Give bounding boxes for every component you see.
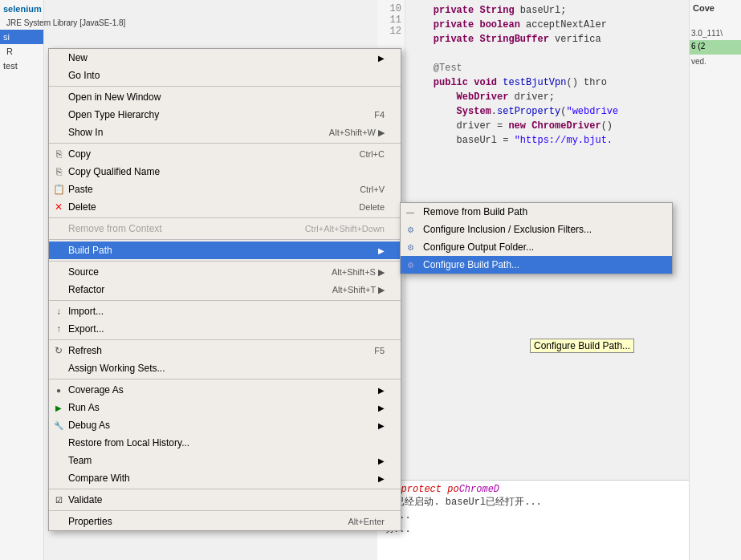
- submenu-configure-filters[interactable]: ⚙ Configure Inclusion / Exclusion Filter…: [401, 221, 672, 238]
- buildpath-submenu: — Remove from Build Path ⚙ Configure Inc…: [400, 202, 673, 274]
- coverage-panel: Cove 3.0_111\ 6 (2 ved.: [689, 0, 741, 560]
- menu-item-team[interactable]: Team ▶: [49, 452, 401, 469]
- menu-item-import[interactable]: ↓ Import...: [49, 302, 401, 320]
- menu-label-refactor: Refactor: [68, 284, 308, 295]
- menu-item-working-sets[interactable]: Assign Working Sets...: [49, 359, 401, 377]
- separator-8: [49, 379, 401, 379]
- menu-label-copy: Copy: [68, 148, 336, 160]
- remove-build-icon: —: [404, 205, 417, 218]
- separator-1: [49, 86, 401, 87]
- menu-item-source[interactable]: Source Alt+Shift+S ▶: [49, 263, 401, 281]
- si-node[interactable]: si: [0, 30, 43, 44]
- shortcut-refresh: F5: [374, 346, 385, 355]
- shortcut-delete: Delete: [359, 202, 385, 212]
- submenu-configure-build-path[interactable]: ⚙ Configure Build Path...: [401, 256, 672, 274]
- copy-qualified-icon: ⎘: [52, 165, 65, 178]
- menu-item-new[interactable]: New ▶: [49, 49, 401, 67]
- menu-item-compare-with[interactable]: Compare With ▶: [49, 469, 401, 487]
- shortcut-remove-context: Ctrl+Alt+Shift+Down: [305, 224, 385, 233]
- shortcut-source: Alt+Shift+S ▶: [332, 267, 385, 278]
- team-arrow-icon: ▶: [378, 457, 385, 465]
- delete-icon: ✕: [52, 201, 65, 213]
- menu-label-type-hierarchy: Open Type Hierarchy: [68, 109, 350, 120]
- menu-label-working-sets: Assign Working Sets...: [68, 363, 385, 374]
- menu-item-properties[interactable]: Properties Alt+Enter: [49, 513, 401, 530]
- compare-arrow-icon: ▶: [378, 474, 385, 483]
- r-node[interactable]: R: [0, 44, 43, 59]
- submenu-remove-build-path[interactable]: — Remove from Build Path: [401, 203, 672, 221]
- shortcut-f4: F4: [374, 110, 385, 120]
- menu-item-restore-history[interactable]: Restore from Local History...: [49, 434, 401, 452]
- debug-arrow-icon: ▶: [378, 421, 385, 430]
- menu-item-refresh[interactable]: ↻ Refresh F5: [49, 342, 401, 359]
- menu-label-export: Export...: [68, 323, 385, 335]
- submenu-label-remove: Remove from Build Path: [423, 206, 527, 217]
- menu-label-import: Import...: [68, 306, 385, 317]
- separator-6: [49, 300, 401, 301]
- shortcut-paste: Ctrl+V: [360, 185, 385, 194]
- run-arrow-icon: ▶: [378, 404, 385, 412]
- import-icon: ↓: [52, 305, 65, 318]
- console-line-1: se protect poChromeD: [384, 484, 682, 495]
- separator-3: [49, 217, 401, 218]
- submenu-label-filters: Configure Inclusion / Exclusion Filters.…: [423, 224, 592, 235]
- shortcut-show-in: Alt+Shift+W ▶: [329, 128, 385, 138]
- menu-label-source: Source: [68, 266, 307, 278]
- menu-label-open-window: Open in New Window: [68, 91, 385, 103]
- menu-label-delete: Delete: [68, 201, 335, 213]
- tooltip: Configure Build Path...: [530, 339, 634, 353]
- validate-icon: ☑: [52, 493, 65, 506]
- menu-item-delete[interactable]: ✕ Delete Delete: [49, 198, 401, 216]
- jre-library-node[interactable]: JRE System Library [JavaSE-1.8]: [0, 16, 43, 30]
- separator-5: [49, 261, 401, 262]
- menu-label-copy-qualified: Copy Qualified Name: [68, 166, 385, 177]
- coverage-title: Cove: [690, 2, 741, 14]
- separator-9: [49, 489, 401, 489]
- test-node[interactable]: test: [0, 59, 43, 73]
- coverage-arrow-icon: ▶: [378, 386, 385, 395]
- menu-item-run-as[interactable]: ▶ Run As ▶: [49, 399, 401, 416]
- menu-item-type-hierarchy[interactable]: Open Type Hierarchy F4: [49, 106, 401, 124]
- separator-4: [49, 239, 401, 240]
- menu-item-remove-context[interactable]: Remove from Context Ctrl+Alt+Shift+Down: [49, 220, 401, 237]
- menu-label-show-in: Show In: [68, 127, 305, 138]
- tooltip-text: Configure Build Path...: [534, 340, 630, 351]
- paste-icon: 📋: [52, 183, 65, 196]
- shortcut-properties: Alt+Enter: [348, 517, 385, 526]
- menu-item-debug-as[interactable]: 🔧 Debug As ▶: [49, 416, 401, 434]
- menu-item-paste[interactable]: 📋 Paste Ctrl+V: [49, 181, 401, 198]
- submenu-configure-output[interactable]: ⚙ Configure Output Folder...: [401, 238, 672, 256]
- menu-item-copy-qualified[interactable]: ⎘ Copy Qualified Name: [49, 163, 401, 181]
- menu-label-remove-context: Remove from Context: [68, 223, 281, 234]
- console-line-2: er已经启动. baseUrl已经打开...: [384, 495, 682, 509]
- menu-item-show-in[interactable]: Show In Alt+Shift+W ▶: [49, 124, 401, 141]
- submenu-label-build-path: Configure Build Path...: [423, 259, 519, 270]
- selenium-node[interactable]: selenium: [0, 2, 43, 16]
- buildpath-arrow-icon: ▶: [378, 246, 385, 255]
- coverage-entry-3: ved.: [690, 55, 741, 67]
- build-path-icon: ⚙: [404, 258, 417, 271]
- menu-label-paste: Paste: [68, 184, 336, 195]
- menu-item-open-window[interactable]: Open in New Window: [49, 88, 401, 106]
- menu-label-restore-history: Restore from Local History...: [68, 437, 385, 448]
- menu-item-copy[interactable]: ⎘ Copy Ctrl+C: [49, 145, 401, 163]
- coverage-entry-2: 6 (2: [690, 40, 741, 55]
- menu-label-run-as: Run As: [68, 402, 374, 413]
- menu-label-build-path: Build Path: [68, 245, 374, 256]
- console-line-4: 功...: [384, 522, 682, 536]
- run-icon: ▶: [52, 401, 65, 414]
- export-icon: ↑: [52, 323, 65, 335]
- menu-label-validate: Validate: [68, 494, 385, 505]
- menu-label-team: Team: [68, 455, 374, 466]
- menu-item-validate[interactable]: ☑ Validate: [49, 491, 401, 509]
- menu-item-refactor[interactable]: Refactor Alt+Shift+T ▶: [49, 281, 401, 298]
- menu-item-coverage-as[interactable]: ● Coverage As ▶: [49, 381, 401, 399]
- menu-item-export[interactable]: ↑ Export...: [49, 320, 401, 338]
- console-area: se protect poChromeD er已经启动. baseUrl已经打开…: [377, 480, 689, 560]
- shortcut-refactor: Alt+Shift+T ▶: [332, 285, 385, 295]
- menu-label-gointo: Go Into: [68, 70, 385, 81]
- refresh-icon: ↻: [52, 344, 65, 357]
- output-icon: ⚙: [404, 241, 417, 254]
- menu-item-gointo[interactable]: Go Into: [49, 67, 401, 84]
- menu-item-build-path[interactable]: Build Path ▶: [49, 241, 401, 259]
